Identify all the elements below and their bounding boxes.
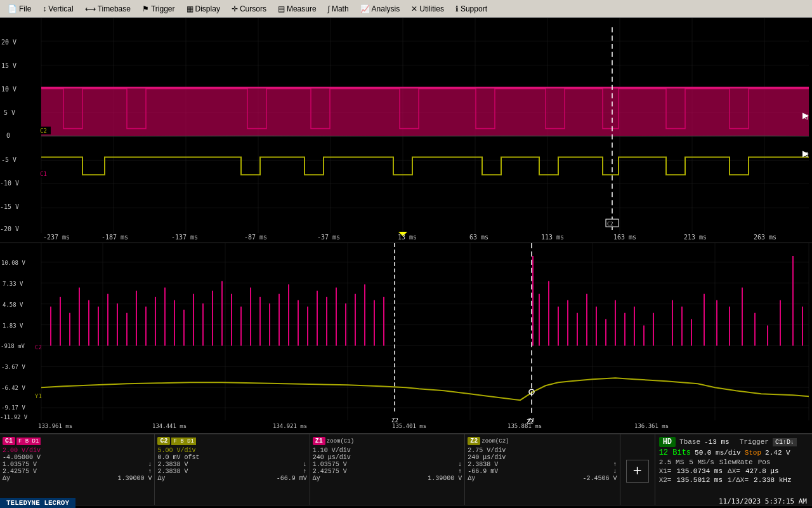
z2-arrow2: ↓ <box>613 468 617 475</box>
utilities-menu[interactable]: ✕ Utilities <box>406 3 449 15</box>
upper-scope: C2 C1 ◁ ◁ C2 -237 ms -187 ms -137 ms -87… <box>0 18 812 243</box>
svg-text:133.961 ms: 133.961 ms <box>38 423 72 429</box>
add-channel-button[interactable]: + <box>626 460 649 483</box>
delta-x-label: ΔX= <box>728 467 740 475</box>
bits-val: 12 Bits <box>659 448 691 457</box>
c1-delta-val: 1.39000 V <box>117 475 152 482</box>
trigger-icon: ⚑ <box>142 4 149 13</box>
svg-text:134.921 ms: 134.921 ms <box>273 423 307 429</box>
svg-rect-22 <box>41 87 809 89</box>
svg-text:213 ms: 213 ms <box>684 234 707 241</box>
datetime-stamp: 11/13/2023 5:37:15 AM <box>716 496 809 507</box>
delta-x-val: 427.8 μs <box>745 467 779 475</box>
inv-delta-x-val: 2.338 kHz <box>754 476 791 484</box>
svg-text:C2: C2 <box>35 344 42 351</box>
z1-val2: 2.42575 V <box>313 468 347 475</box>
svg-text:-20 V: -20 V <box>0 225 19 232</box>
measure-icon: ▤ <box>278 4 285 13</box>
z1-zoom-label: zoom(C1) <box>327 438 354 444</box>
c1-vdiv: 2.00 V/div <box>3 447 152 454</box>
c2-badge: C2 <box>157 437 170 445</box>
z2-badge: Z2 <box>468 437 480 445</box>
svg-rect-56 <box>0 243 812 433</box>
stop-val: 2.42 V <box>765 449 790 457</box>
svg-text:-15 V: -15 V <box>0 203 19 210</box>
z2-arrow1: ↑ <box>613 461 617 468</box>
svg-text:-918 mV: -918 mV <box>1 343 25 349</box>
z2-val2: -66.9 mV <box>468 468 498 475</box>
c2-fb-d1: F B D1 <box>171 438 195 445</box>
file-menu[interactable]: 📄 File <box>3 3 36 15</box>
svg-text:-9.17 V: -9.17 V <box>1 404 25 411</box>
trigger-ch-badge: C1↑D↓ <box>773 438 797 446</box>
timebase-menu[interactable]: ⟷ Timebase <box>80 3 136 15</box>
x2-row: X2= 135.5012 ms 1/ΔX= 2.338 kHz <box>659 476 808 484</box>
z1-time-div: 240 μs/div <box>313 454 462 461</box>
svg-text:135.881 ms: 135.881 ms <box>508 423 542 429</box>
svg-text:7.33 V: 7.33 V <box>3 281 23 287</box>
z2-block: Z2 zoom(C2) 2.75 V/div 240 μs/div 2.3838… <box>465 434 620 508</box>
analysis-menu[interactable]: 📈 Analysis <box>355 3 405 15</box>
svg-text:10.08 V: 10.08 V <box>1 260 25 266</box>
sample-rates-row: 2.5 MS 5 MS/s SlewRate Pos <box>659 458 808 466</box>
c2-val2: 2.3838 V <box>157 468 188 475</box>
lower-scope: Z2 Z2 10.08 V 7.33 V 4.58 V 1.83 V -918 … <box>0 243 812 434</box>
svg-text:-6.42 V: -6.42 V <box>1 385 25 391</box>
svg-rect-21 <box>41 89 809 137</box>
svg-text:C2: C2 <box>40 128 47 134</box>
c1-delta-label: Δy <box>3 475 10 482</box>
trigger-menu[interactable]: ⚑ Trigger <box>137 3 180 15</box>
svg-text:Z2: Z2 <box>391 417 398 424</box>
c1-header: C1 F B D1 <box>3 437 152 445</box>
svg-text:113 ms: 113 ms <box>541 234 564 241</box>
svg-text:136.361 ms: 136.361 ms <box>634 423 669 429</box>
svg-text:263 ms: 263 ms <box>754 234 776 241</box>
svg-text:134.441 ms: 134.441 ms <box>152 423 187 429</box>
svg-text:20 V: 20 V <box>1 39 16 46</box>
z2-val1: 2.3838 V <box>468 461 498 468</box>
support-menu[interactable]: ℹ Support <box>450 3 492 15</box>
svg-text:135.401 ms: 135.401 ms <box>392 423 426 429</box>
utilities-icon: ✕ <box>411 4 417 13</box>
z2-vdiv: 2.75 V/div <box>468 447 617 454</box>
x1-row: X1= 135.0734 ms ΔX= 427.8 μs <box>659 467 808 475</box>
tbase-label: Tbase <box>679 438 700 446</box>
z1-delta-val: 1.39000 V <box>428 475 462 482</box>
svg-text:-237 ms: -237 ms <box>43 234 70 241</box>
hd-button[interactable]: HD <box>659 437 676 447</box>
svg-text:4.58 V: 4.58 V <box>3 302 23 308</box>
svg-text:13 ms: 13 ms <box>398 234 417 241</box>
svg-text:Z2: Z2 <box>528 417 535 424</box>
svg-text:-187 ms: -187 ms <box>102 234 128 241</box>
menu-bar: 📄 File ↕ Vertical ⟷ Timebase ⚑ Trigger ▦… <box>0 0 812 18</box>
svg-text:1.83 V: 1.83 V <box>3 323 23 329</box>
vertical-menu[interactable]: ↕ Vertical <box>37 3 78 15</box>
svg-text:5 V: 5 V <box>4 109 15 116</box>
z2-time-div: 240 μs/div <box>468 454 617 461</box>
cursors-menu[interactable]: ✛ Cursors <box>226 3 272 15</box>
svg-text:-10 V: -10 V <box>0 180 19 187</box>
measure-menu[interactable]: ▤ Measure <box>273 3 322 15</box>
trigger-label: Trigger <box>740 438 769 446</box>
analysis-icon: 📈 <box>360 4 370 13</box>
tbase-val: -13 ms <box>704 438 730 446</box>
display-menu[interactable]: ▦ Display <box>181 3 225 15</box>
display-icon: ▦ <box>187 4 193 13</box>
c2-arrow2: ↑ <box>303 468 307 475</box>
upper-scope-canvas: C2 C1 ◁ ◁ C2 -237 ms -187 ms -137 ms -87… <box>0 18 812 243</box>
bits-rate-row: 12 Bits 50.0 ms/div Stop 2.42 V <box>659 448 808 457</box>
z1-block: Z1 zoom(C1) 1.10 V/div 240 μs/div 1.0357… <box>310 434 465 508</box>
c1-val2: 2.42575 V <box>3 468 37 475</box>
svg-text:-11.92 V: -11.92 V <box>0 414 28 420</box>
svg-text:C1: C1 <box>40 171 47 177</box>
c1-block: C1 F B D1 2.00 V/div -4.05000 V 1.03575 … <box>0 434 155 508</box>
math-menu[interactable]: ∫ Math <box>323 3 354 15</box>
c1-arrow2: ↑ <box>148 468 152 475</box>
c2-offset: 0.0 mV ofst <box>157 454 306 461</box>
c1-val1: 1.03575 V <box>3 461 37 468</box>
svg-text:-5 V: -5 V <box>1 156 16 163</box>
svg-text:Y1: Y1 <box>35 393 42 399</box>
vertical-icon: ↕ <box>43 4 46 13</box>
svg-text:10 V: 10 V <box>1 86 16 93</box>
stop-label: Stop <box>745 449 761 457</box>
